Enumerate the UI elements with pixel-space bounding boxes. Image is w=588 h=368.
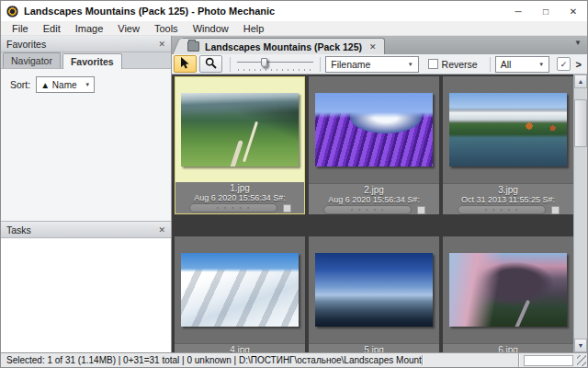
chevron-down-icon: ▼	[401, 62, 413, 67]
scrollbar-thumb[interactable]	[574, 99, 587, 147]
menu-tools[interactable]: Tools	[147, 22, 186, 35]
minimize-button[interactable]: ─	[504, 1, 532, 21]
thumbnail-filename: 5.jpg	[309, 345, 439, 352]
tasks-panel-title: Tasks	[6, 224, 31, 236]
toolbar-separator	[230, 57, 231, 72]
thumbnail-label: 5.jpg	[309, 343, 439, 352]
tab-navigator[interactable]: Navigator	[3, 52, 61, 68]
thumbnail-filename: 2.jpg	[309, 185, 439, 195]
window-title: Landscapes Mountains (Pack 125) - Photo …	[24, 6, 275, 17]
tasks-panel-body	[1, 238, 171, 352]
thumbnail-grid: 1.jpg Aug 6 2020 15:56:34 S#: ····· 2.jp…	[172, 75, 587, 352]
tag-checkbox[interactable]	[551, 206, 560, 214]
main-area: Landscapes Mountains (Pack 125) ✕ ▼	[172, 36, 587, 352]
thumbnail-cell-1[interactable]: 1.jpg Aug 6 2020 15:56:34 S#: ·····	[175, 76, 305, 214]
zoom-tool-button[interactable]	[199, 55, 222, 73]
rating-bar[interactable]: ·····	[189, 203, 277, 213]
thumbnail-date: Aug 6 2020 15:56:34 S#:	[309, 195, 439, 204]
sort-dropdown[interactable]: ▲ Name ▼	[36, 76, 95, 93]
menu-view[interactable]: View	[110, 22, 147, 35]
contact-sheet-tab[interactable]: Landscapes Mountains (Pack 125) ✕	[181, 38, 385, 54]
sort-row: Sort: ▲ Name ▼	[10, 76, 162, 93]
chevron-down-icon: ▼	[79, 82, 90, 87]
menu-edit[interactable]: Edit	[36, 22, 68, 35]
tagged-filter-checkbox[interactable]: ✓	[557, 57, 570, 71]
scroll-up-icon[interactable]: ▲	[574, 75, 587, 88]
rating-bar[interactable]: ·····	[323, 205, 412, 214]
favorites-panel-title: Favorites	[6, 39, 46, 50]
thumbnail-cell-6[interactable]: 6.jpg	[443, 236, 573, 352]
toolbar: Filename ▼ Reverse All ▼ ✓ >	[172, 54, 587, 75]
title-bar: Landscapes Mountains (Pack 125) - Photo …	[1, 1, 587, 21]
sort-field-value: Filename	[331, 59, 370, 70]
favorites-close-icon[interactable]: ✕	[158, 40, 165, 49]
toolbar-separator	[320, 57, 321, 72]
thumbnail-image[interactable]	[181, 253, 299, 327]
slider-track	[237, 62, 314, 63]
thumbnail-filename: 1.jpg	[175, 183, 304, 193]
menu-image[interactable]: Image	[68, 22, 111, 35]
sort-field-dropdown[interactable]: Filename ▼	[325, 56, 418, 73]
thumbnail-cell-2[interactable]: 2.jpg Aug 6 2020 15:56:34 S#: ·····	[309, 76, 439, 214]
app-window: Landscapes Mountains (Pack 125) - Photo …	[0, 0, 588, 368]
thumbnail-size-slider[interactable]	[237, 57, 314, 72]
chevron-down-icon: ▼	[531, 62, 544, 67]
thumbnail-label: 1.jpg Aug 6 2020 15:56:34 S#: ·····	[175, 182, 304, 213]
content-area: Favorites ✕ Navigator Favorites Sort: ▲ …	[1, 36, 587, 352]
toolbar-expand-button[interactable]: >	[576, 59, 582, 70]
thumbnail-label: 4.jpg	[175, 343, 305, 352]
thumbnail-filename: 3.jpg	[443, 185, 573, 195]
thumbnail-cell-3[interactable]: 3.jpg Oct 31 2013 11:55:25 S#: ·····	[443, 76, 573, 214]
thumbnail-cell-5[interactable]: 5.jpg	[309, 236, 439, 352]
reverse-checkbox-row[interactable]: Reverse	[428, 59, 478, 70]
tab-list-dropdown-icon[interactable]: ▼	[574, 39, 582, 47]
thumbnail-label: 2.jpg Aug 6 2020 15:56:34 S#: ·····	[309, 183, 439, 214]
vertical-scrollbar[interactable]: ▲ ▼	[573, 75, 587, 352]
thumbnail-image[interactable]	[315, 93, 433, 167]
statusbar-field	[524, 355, 573, 366]
menu-help[interactable]: Help	[236, 22, 272, 35]
menu-window[interactable]: Window	[186, 22, 236, 35]
tasks-panel-header: Tasks ✕	[1, 222, 171, 238]
menu-file[interactable]: File	[5, 22, 36, 35]
thumbnail-image[interactable]	[315, 253, 433, 327]
contact-sheet-tab-label: Landscapes Mountains (Pack 125)	[205, 41, 362, 52]
thumbnail-filename: 4.jpg	[175, 345, 305, 352]
cursor-arrow-icon	[179, 57, 190, 72]
thumbnail-image[interactable]	[181, 93, 299, 167]
tasks-close-icon[interactable]: ✕	[158, 225, 165, 235]
thumbnail-image[interactable]	[449, 93, 567, 167]
menu-bar: File Edit Image View Tools Window Help	[1, 21, 587, 36]
resize-grip-icon[interactable]	[577, 355, 586, 366]
tab-favorites[interactable]: Favorites	[62, 53, 122, 69]
slider-thumb[interactable]	[261, 58, 267, 67]
maximize-button[interactable]: □	[532, 1, 560, 21]
filter-value: All	[501, 59, 512, 70]
sort-label: Sort:	[10, 79, 30, 90]
contact-sheet-tabbar: Landscapes Mountains (Pack 125) ✕ ▼	[172, 36, 587, 54]
slider-ticks	[238, 69, 313, 71]
rating-bar[interactable]: ·····	[458, 205, 546, 214]
magnifier-icon	[205, 57, 217, 71]
tag-checkbox[interactable]	[417, 206, 425, 214]
select-tool-button[interactable]	[174, 55, 197, 73]
thumbnail-date: Oct 31 2013 11:55:25 S#:	[443, 195, 573, 204]
close-button[interactable]: ✕	[560, 1, 587, 21]
reverse-checkbox[interactable]	[428, 59, 438, 69]
statusbar-text: Selected: 1 of 31 (1.14MB) | 0+31=31 tot…	[1, 355, 424, 365]
thumbnail-image[interactable]	[449, 253, 567, 327]
photo-mechanic-logo-icon	[6, 6, 18, 17]
thumbnail-cell-4[interactable]: 4.jpg	[175, 236, 305, 352]
favorites-panel-body: Sort: ▲ Name ▼	[1, 69, 171, 222]
favorites-panel-header: Favorites ✕	[1, 36, 171, 52]
thumbnail-label: 6.jpg	[443, 343, 573, 352]
thumbnail-filename: 6.jpg	[443, 345, 573, 352]
window-controls: ─ □ ✕	[504, 1, 587, 21]
tab-close-icon[interactable]: ✕	[369, 42, 377, 52]
tag-checkbox[interactable]	[283, 204, 291, 213]
filter-dropdown[interactable]: All ▼	[495, 56, 550, 73]
scroll-down-icon[interactable]: ▼	[574, 339, 587, 352]
toolbar-separator	[490, 57, 491, 72]
thumbnail-date: Aug 6 2020 15:56:34 S#:	[175, 193, 304, 202]
scrollbar-track[interactable]	[574, 88, 587, 339]
